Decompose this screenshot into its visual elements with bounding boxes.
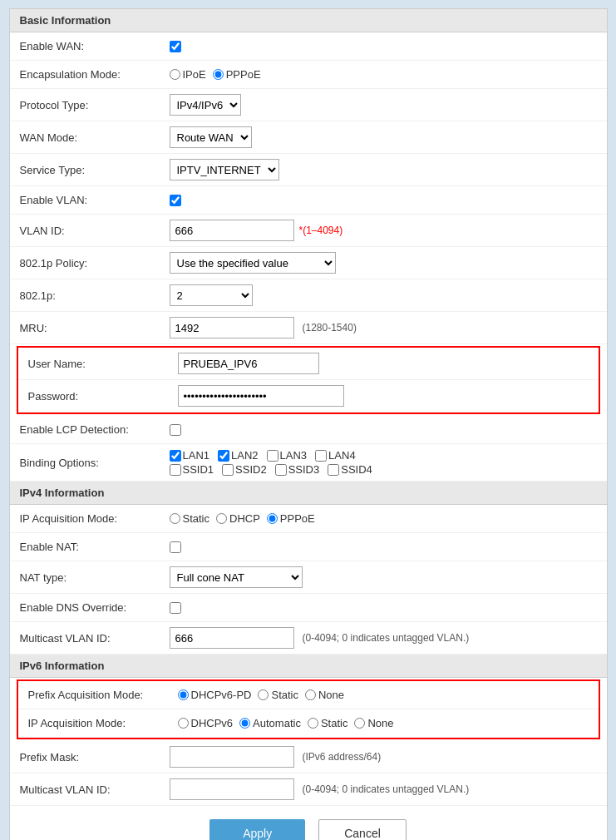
- multicast-vlan-v6-row: Multicast VLAN ID: (0-4094; 0 indicates …: [10, 773, 607, 806]
- prefix-static-radio[interactable]: [258, 689, 269, 700]
- prefix-dhcpv6pd-radio[interactable]: [178, 689, 189, 700]
- prefix-none-option[interactable]: None: [305, 689, 344, 701]
- ipv6-dhcpv6-option[interactable]: DHCPv6: [178, 717, 234, 729]
- ipv6-dhcpv6-radio[interactable]: [178, 718, 189, 729]
- service-type-row: Service Type: IPTV_INTERNET: [10, 154, 607, 186]
- prefix-acq-mode-control: DHCPv6-PD Static None: [178, 689, 589, 701]
- binding-ssid-row: SSID1 SSID2 SSID3 SSID4: [170, 463, 372, 476]
- prefix-dhcpv6pd-option[interactable]: DHCPv6-PD: [178, 689, 252, 701]
- prefix-acq-mode-label: Prefix Acquisition Mode:: [28, 689, 178, 701]
- encap-ipoe-radio[interactable]: [170, 69, 180, 80]
- encapsulation-control: IPoE PPPoE: [170, 68, 597, 81]
- policy-8021p-select[interactable]: Use the specified value: [170, 252, 336, 274]
- binding-ssid4[interactable]: SSID4: [328, 463, 372, 476]
- ipv4-static-option[interactable]: Static: [170, 512, 210, 525]
- multicast-vlan-v4-control: (0-4094; 0 indicates untagged VLAN.): [170, 627, 597, 649]
- multicast-vlan-v4-input[interactable]: [170, 627, 294, 649]
- nat-type-select[interactable]: Full cone NAT: [170, 566, 303, 588]
- service-type-label: Service Type:: [20, 164, 170, 176]
- policy-8021p-control: Use the specified value: [170, 252, 597, 274]
- enable-nat-checkbox[interactable]: [170, 541, 181, 553]
- prefix-mask-label: Prefix Mask:: [20, 751, 170, 763]
- binding-options-row: Binding Options: LAN1 LAN2 LAN3 LAN4 SSI…: [10, 444, 607, 482]
- enable-lcp-label: Enable LCP Detection:: [20, 423, 170, 436]
- enable-nat-row: Enable NAT:: [10, 533, 607, 561]
- nat-type-label: NAT type:: [20, 571, 170, 584]
- binding-ssid1-checkbox[interactable]: [170, 464, 181, 476]
- username-control: [178, 353, 589, 374]
- prefix-mask-input[interactable]: [170, 746, 294, 768]
- protocol-type-control: IPv4/IPv6: [170, 94, 597, 116]
- apply-button[interactable]: Apply: [209, 819, 305, 840]
- binding-lan2-checkbox[interactable]: [218, 450, 229, 462]
- encap-ipoe-option[interactable]: IPoE: [170, 68, 206, 81]
- wan-mode-row: WAN Mode: Route WAN: [10, 121, 607, 154]
- enable-vlan-label: Enable VLAN:: [20, 194, 170, 206]
- ipv6-none-option[interactable]: None: [354, 717, 393, 729]
- ipv6-automatic-radio[interactable]: [239, 718, 250, 729]
- binding-lan2[interactable]: LAN2: [218, 449, 259, 462]
- encap-pppoe-option[interactable]: PPPoE: [213, 68, 261, 81]
- protocol-type-select[interactable]: IPv4/IPv6: [170, 94, 241, 116]
- binding-ssid1[interactable]: SSID1: [170, 463, 214, 476]
- cancel-button[interactable]: Cancel: [318, 819, 407, 840]
- ipv6-highlight-box: Prefix Acquisition Mode: DHCPv6-PD Stati…: [17, 679, 600, 739]
- binding-lan4[interactable]: LAN4: [315, 449, 356, 462]
- binding-lan4-checkbox[interactable]: [315, 450, 327, 462]
- enable-lcp-checkbox[interactable]: [170, 424, 181, 436]
- enable-dns-control: [170, 602, 597, 614]
- ipv4-dhcp-option[interactable]: DHCP: [216, 512, 260, 525]
- binding-options-label: Binding Options:: [20, 457, 170, 469]
- binding-ssid4-checkbox[interactable]: [328, 464, 339, 476]
- enable-wan-control: [170, 41, 597, 52]
- enable-lcp-control: [170, 424, 597, 436]
- ipv4-static-radio[interactable]: [170, 513, 180, 524]
- enable-vlan-control: [170, 195, 597, 206]
- protocol-type-label: Protocol Type:: [20, 99, 170, 111]
- ipv6-automatic-option[interactable]: Automatic: [239, 717, 301, 729]
- prefix-acq-mode-row: Prefix Acquisition Mode: DHCPv6-PD Stati…: [18, 681, 599, 709]
- binding-ssid3-checkbox[interactable]: [275, 464, 287, 476]
- form-container: Basic Information Enable WAN: Encapsulat…: [9, 8, 608, 840]
- vlan-id-input[interactable]: [170, 220, 294, 241]
- ipv4-pppoe-radio[interactable]: [267, 513, 278, 524]
- ip-acq-mode-v6-control: DHCPv6 Automatic Static None: [178, 717, 589, 729]
- mru-control: (1280-1540): [170, 317, 597, 338]
- enable-vlan-checkbox[interactable]: [170, 195, 181, 206]
- username-label: User Name:: [28, 358, 178, 370]
- ipv6-info-header: IPv6 Information: [10, 655, 607, 678]
- binding-lan3[interactable]: LAN3: [267, 449, 308, 462]
- value-8021p-select[interactable]: 2: [170, 284, 253, 306]
- password-label: Password:: [28, 390, 178, 403]
- ipv6-static-option[interactable]: Static: [308, 717, 348, 729]
- vlan-id-label: VLAN ID:: [20, 225, 170, 237]
- password-row: Password:: [18, 380, 599, 413]
- password-control: [178, 385, 589, 407]
- prefix-mask-row: Prefix Mask: (IPv6 address/64): [10, 741, 607, 773]
- ipv4-pppoe-option[interactable]: PPPoE: [267, 512, 315, 525]
- binding-ssid3[interactable]: SSID3: [275, 463, 320, 476]
- binding-lan1[interactable]: LAN1: [170, 449, 210, 462]
- multicast-vlan-v6-input[interactable]: [170, 778, 294, 800]
- binding-lan3-checkbox[interactable]: [267, 450, 278, 462]
- password-input[interactable]: [178, 385, 344, 407]
- enable-wan-checkbox[interactable]: [170, 41, 181, 52]
- enable-dns-checkbox[interactable]: [170, 602, 181, 614]
- binding-ssid2-checkbox[interactable]: [222, 464, 234, 476]
- vlan-id-row: VLAN ID: *(1–4094): [10, 215, 607, 247]
- username-input[interactable]: [178, 353, 319, 374]
- binding-ssid2[interactable]: SSID2: [222, 463, 267, 476]
- prefix-static-option[interactable]: Static: [258, 689, 298, 701]
- encap-pppoe-radio[interactable]: [213, 69, 224, 80]
- mru-input[interactable]: [170, 317, 294, 338]
- ipv4-dhcp-radio[interactable]: [216, 513, 227, 524]
- binding-lan1-checkbox[interactable]: [170, 450, 181, 462]
- prefix-none-radio[interactable]: [305, 689, 316, 700]
- ipv6-none-radio[interactable]: [354, 718, 365, 729]
- enable-dns-label: Enable DNS Override:: [20, 601, 170, 614]
- service-type-select[interactable]: IPTV_INTERNET: [170, 159, 279, 180]
- enable-lcp-row: Enable LCP Detection:: [10, 416, 607, 444]
- multicast-vlan-v4-row: Multicast VLAN ID: (0-4094; 0 indicates …: [10, 622, 607, 655]
- wan-mode-select[interactable]: Route WAN: [170, 126, 252, 148]
- ipv6-static-radio[interactable]: [308, 718, 318, 729]
